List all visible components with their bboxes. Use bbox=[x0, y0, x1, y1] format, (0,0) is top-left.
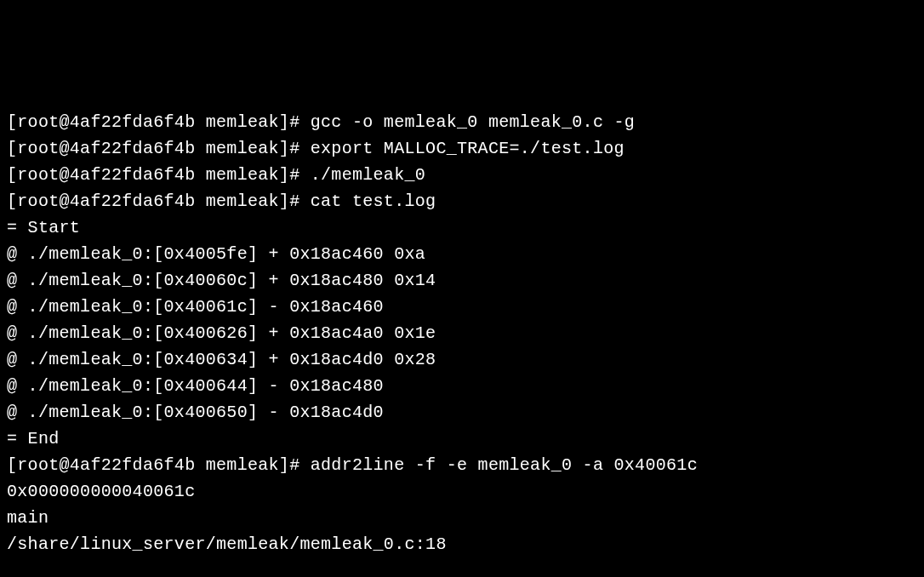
terminal-line: [root@4af22fda6f4b memleak]# cat test.lo… bbox=[7, 188, 917, 214]
terminal-line: [root@4af22fda6f4b memleak]# gcc -o meml… bbox=[7, 109, 917, 135]
terminal-line: @ ./memleak_0:[0x400650] - 0x18ac4d0 bbox=[7, 399, 917, 426]
terminal-line: 0x000000000040061c bbox=[7, 478, 917, 505]
terminal-line: [root@4af22fda6f4b memleak]# addr2line -… bbox=[7, 452, 917, 478]
terminal-line: @ ./memleak_0:[0x400626] + 0x18ac4a0 0x1… bbox=[7, 320, 917, 346]
terminal-line: @ ./memleak_0:[0x400634] + 0x18ac4d0 0x2… bbox=[7, 346, 917, 373]
terminal-line: @ ./memleak_0:[0x4005fe] + 0x18ac460 0xa bbox=[7, 241, 917, 267]
terminal-line: @ ./memleak_0:[0x400644] - 0x18ac480 bbox=[7, 373, 917, 399]
terminal-line: @ ./memleak_0:[0x40060c] + 0x18ac480 0x1… bbox=[7, 267, 917, 294]
terminal-line: = End bbox=[7, 426, 917, 452]
terminal-line: main bbox=[7, 505, 917, 531]
terminal-line: /share/linux_server/memleak/memleak_0.c:… bbox=[7, 531, 917, 557]
terminal-line: [root@4af22fda6f4b memleak]# ./memleak_0 bbox=[7, 162, 917, 188]
terminal-output[interactable]: [root@4af22fda6f4b memleak]# gcc -o meml… bbox=[7, 109, 917, 557]
terminal-line: [root@4af22fda6f4b memleak]# export MALL… bbox=[7, 135, 917, 162]
terminal-line: = Start bbox=[7, 214, 917, 241]
terminal-line: @ ./memleak_0:[0x40061c] - 0x18ac460 bbox=[7, 294, 917, 320]
